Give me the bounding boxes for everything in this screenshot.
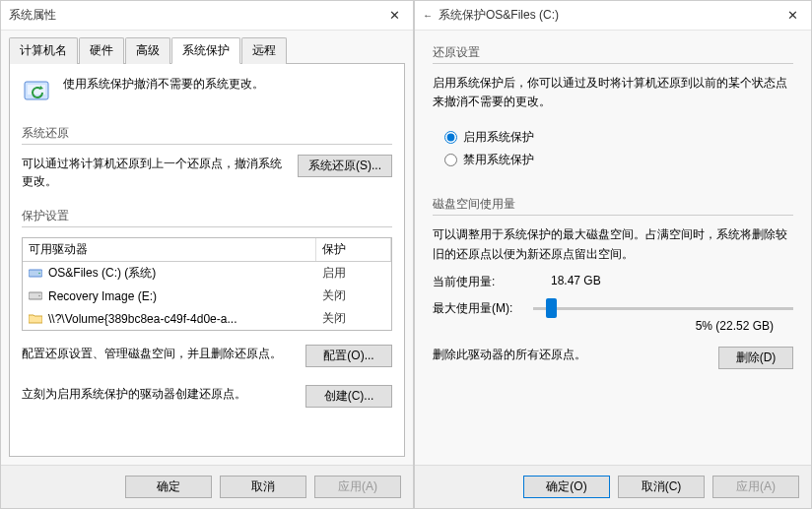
drive-table: 可用驱动器 保护 OS&Files (C:) (系统) 启用 Recovery …	[22, 237, 392, 331]
max-usage-slider[interactable]	[533, 307, 793, 310]
current-usage-value: 18.47 GB	[551, 274, 601, 290]
close-icon[interactable]: ✕	[774, 1, 811, 31]
disk-usage-description: 可以调整用于系统保护的最大磁盘空间。占满空间时，系统将删除较旧的还原点以便为新还…	[433, 225, 793, 263]
radio-disable-input[interactable]	[444, 154, 457, 166]
back-arrow-icon: ←	[423, 10, 433, 21]
current-usage-label: 当前使用量:	[433, 274, 551, 290]
drive-name: OS&Files (C:) (系统)	[48, 265, 156, 282]
delete-button[interactable]: 删除(D)	[718, 347, 793, 369]
restore-settings-description: 启用系统保护后，你可以通过及时将计算机还原到以前的某个状态点来撤消不需要的更改。	[433, 74, 793, 111]
drive-protection: 关闭	[316, 285, 391, 307]
svg-point-5	[38, 295, 40, 297]
dialog-body: 还原设置 启用系统保护后，你可以通过及时将计算机还原到以前的某个状态点来撤消不需…	[415, 31, 811, 465]
configure-button[interactable]: 配置(O)...	[305, 345, 392, 367]
create-restore-point-button[interactable]: 创建(C)...	[305, 385, 392, 408]
table-row[interactable]: Recovery Image (E:) 关闭	[23, 285, 391, 307]
system-properties-dialog: 系统属性 ✕ 计算机名 硬件 高级 系统保护 远程 使用系统保护撤消不需要的系统…	[0, 0, 414, 509]
radio-enable-protection[interactable]: 启用系统保护	[444, 129, 793, 146]
tab-advanced[interactable]: 高级	[125, 37, 170, 64]
ok-button[interactable]: 确定	[125, 476, 212, 498]
disk-icon	[29, 290, 42, 301]
window-title: 系统属性	[9, 7, 56, 24]
disk-icon	[29, 268, 42, 279]
radio-disable-protection[interactable]: 禁用系统保护	[444, 152, 793, 168]
tab-computer-name[interactable]: 计算机名	[9, 37, 78, 64]
window-title: 系统保护OS&Files (C:)	[439, 7, 559, 24]
section-label-restore: 系统还原	[22, 125, 392, 145]
titlebar: ← 系统保护OS&Files (C:) ✕	[415, 1, 811, 31]
intro-text: 使用系统保护撤消不需要的系统更改。	[63, 76, 264, 93]
system-restore-icon	[22, 76, 53, 107]
table-row[interactable]: OS&Files (C:) (系统) 启用	[23, 262, 391, 285]
table-row[interactable]: \\?\Volume{389bc8ea-c49f-4d0e-a... 关闭	[23, 307, 391, 330]
max-usage-value: 5% (22.52 GB)	[433, 319, 793, 333]
system-protection-config-dialog: ← 系统保护OS&Files (C:) ✕ 还原设置 启用系统保护后，你可以通过…	[414, 0, 812, 509]
tab-hardware[interactable]: 硬件	[79, 37, 124, 64]
apply-button[interactable]: 应用(A)	[314, 476, 401, 498]
system-restore-button[interactable]: 系统还原(S)...	[298, 155, 392, 177]
section-label-restore-settings: 还原设置	[433, 44, 793, 64]
create-description: 立刻为启用系统保护的驱动器创建还原点。	[22, 385, 294, 403]
radio-enable-input[interactable]	[444, 131, 457, 144]
svg-point-3	[38, 273, 40, 275]
apply-button[interactable]: 应用(A)	[712, 476, 799, 498]
restore-description: 可以通过将计算机还原到上一个还原点，撤消系统更改。	[22, 155, 286, 190]
tab-strip: 计算机名 硬件 高级 系统保护 远程	[1, 31, 413, 63]
drive-name: Recovery Image (E:)	[48, 289, 157, 303]
svg-rect-4	[29, 292, 42, 299]
col-header-drive: 可用驱动器	[23, 238, 316, 261]
folder-icon	[29, 313, 42, 324]
dialog-footer: 确定(O) 取消(C) 应用(A)	[415, 465, 811, 508]
drive-protection: 启用	[316, 262, 391, 285]
restore-radio-group: 启用系统保护 禁用系统保护	[433, 121, 793, 178]
max-usage-label: 最大使用量(M):	[433, 300, 521, 317]
dialog-footer: 确定 取消 应用(A)	[1, 465, 413, 508]
ok-button[interactable]: 确定(O)	[523, 476, 610, 498]
drive-name: \\?\Volume{389bc8ea-c49f-4d0e-a...	[48, 312, 237, 326]
section-label-protect: 保护设置	[22, 208, 392, 227]
delete-description: 删除此驱动器的所有还原点。	[433, 347, 705, 363]
titlebar: 系统属性 ✕	[1, 1, 413, 31]
cancel-button[interactable]: 取消	[220, 476, 306, 498]
tab-system-protection[interactable]: 系统保护	[171, 37, 240, 64]
radio-disable-label: 禁用系统保护	[463, 152, 534, 168]
configure-description: 配置还原设置、管理磁盘空间，并且删除还原点。	[22, 345, 294, 362]
cancel-button[interactable]: 取消(C)	[618, 476, 705, 498]
close-icon[interactable]: ✕	[375, 1, 413, 31]
drive-protection: 关闭	[316, 307, 391, 330]
section-label-disk-usage: 磁盘空间使用量	[433, 196, 793, 216]
tab-panel-system-protection: 使用系统保护撤消不需要的系统更改。 系统还原 可以通过将计算机还原到上一个还原点…	[9, 63, 405, 457]
radio-enable-label: 启用系统保护	[463, 129, 534, 146]
col-header-protection: 保护	[316, 238, 391, 261]
tab-remote[interactable]: 远程	[241, 37, 287, 64]
svg-rect-2	[29, 270, 42, 277]
